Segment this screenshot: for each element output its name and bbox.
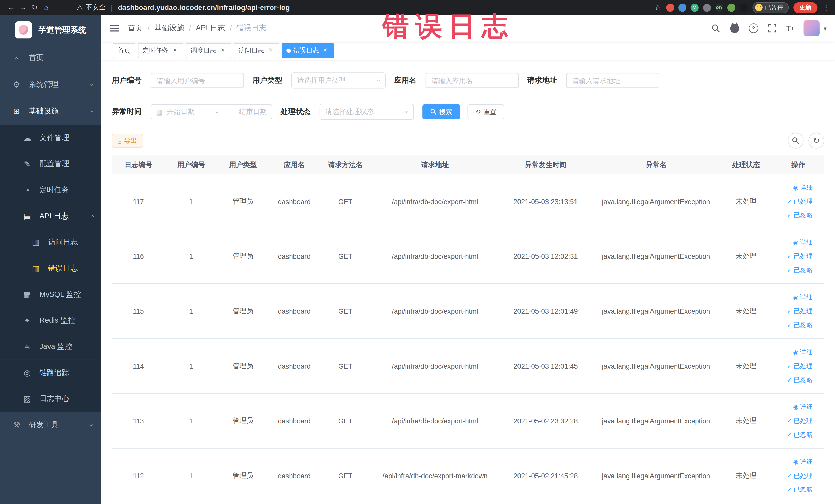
font-size-icon[interactable]: TT — [786, 24, 794, 33]
extension-icon-gray[interactable] — [702, 3, 711, 11]
breadcrumb-item[interactable]: 首页 — [128, 23, 143, 33]
action-label: 已处理 — [793, 307, 813, 315]
sidebar-item-file-management[interactable]: ☁文件管理 — [0, 124, 101, 151]
site-security[interactable]: ⚠ 不安全 — [77, 3, 105, 12]
request-url-input[interactable] — [566, 73, 659, 88]
ignored-link[interactable]: ✓已忽略 — [774, 208, 812, 222]
fullscreen-icon[interactable] — [768, 24, 776, 32]
sidebar-item-scheduled-jobs[interactable]: ◔定时任务 — [0, 177, 101, 203]
breadcrumb-item[interactable]: 基础设施 — [154, 23, 184, 33]
sidebar-item-java-monitor[interactable]: ☕Java 监控 — [0, 334, 101, 360]
ignored-link[interactable]: ✓已忽略 — [774, 428, 812, 442]
tab-error-log[interactable]: 错误日志× — [282, 43, 334, 58]
browser-menu-icon[interactable]: ⋮ — [822, 3, 830, 12]
error-log-icon: ▥ — [30, 263, 42, 273]
processed-link[interactable]: ✓已处理 — [774, 359, 812, 373]
hide-search-button[interactable] — [788, 133, 803, 149]
processed-link[interactable]: ✓已处理 — [774, 249, 812, 263]
cell-method: GET — [320, 338, 371, 394]
chevron-down-icon[interactable]: ▾ — [824, 25, 826, 31]
ignored-link[interactable]: ✓已忽略 — [774, 263, 812, 277]
address-url[interactable]: dashboard.yudao.iocoder.cn/infra/log/api… — [118, 3, 290, 11]
sidebar-item-config-management[interactable]: ✎配置管理 — [0, 151, 101, 177]
processed-link[interactable]: ✓已处理 — [774, 194, 812, 208]
sidebar-item-dev-tools[interactable]: ⚒研发工具› — [0, 412, 101, 439]
cell-actions: ◉详细✓已处理✓已忽略 — [772, 284, 824, 339]
tab-access-log[interactable]: 访问日志× — [234, 43, 279, 58]
github-icon[interactable] — [730, 24, 739, 33]
table-row: 1141管理员dashboardGET/api/infra/db-doc/exp… — [112, 338, 824, 394]
bookmark-star-icon[interactable]: ☆ — [655, 3, 661, 12]
sidebar-item-log-center[interactable]: ▨日志中心 — [0, 386, 101, 412]
action-label: 详细 — [800, 294, 813, 301]
check-icon: ✓ — [787, 212, 792, 219]
processed-link[interactable]: ✓已处理 — [774, 469, 812, 483]
cell-exception-time: 2021-05-03 12:01:45 — [499, 338, 592, 394]
back-icon[interactable]: ← — [5, 3, 17, 12]
config-management-icon: ✎ — [21, 159, 33, 168]
reload-icon[interactable]: ↻ — [29, 3, 41, 12]
forward-icon[interactable]: → — [17, 3, 29, 12]
close-icon[interactable]: × — [171, 47, 178, 55]
processed-link[interactable]: ✓已处理 — [774, 304, 812, 318]
export-button[interactable]: ↓ 导出 — [112, 134, 143, 148]
exception-time-range-picker[interactable]: ▦ 开始日期 - 结束日期 — [151, 104, 272, 119]
extension-icon-red[interactable] — [666, 3, 674, 11]
extension-icon-on[interactable]: on — [715, 3, 723, 11]
sidebar-item-error-log[interactable]: ▥错误日志 — [0, 255, 101, 281]
tab-home[interactable]: 首页 — [113, 43, 135, 58]
detail-link[interactable]: ◉详细 — [774, 290, 812, 304]
close-icon[interactable]: × — [322, 47, 329, 55]
close-icon[interactable]: × — [267, 47, 274, 55]
cell-actions: ◉详细✓已处理✓已忽略 — [772, 174, 824, 229]
detail-link[interactable]: ◉详细 — [774, 181, 812, 194]
ignored-link[interactable]: ✓已忽略 — [774, 373, 812, 387]
ignored-link[interactable]: ✓已忽略 — [774, 318, 812, 332]
breadcrumb-item[interactable]: API 日志 — [196, 23, 225, 33]
sidebar-item-label: Java 监控 — [40, 342, 73, 351]
sidebar-item-home[interactable]: ⌂首页 — [0, 45, 101, 72]
download-icon: ↓ — [118, 137, 121, 144]
extension-icon-leaf[interactable] — [727, 3, 735, 11]
detail-link[interactable]: ◉详细 — [774, 345, 812, 359]
app-name-input[interactable] — [426, 73, 519, 88]
address-separator: | — [111, 3, 113, 11]
refresh-button[interactable]: ↻ — [808, 133, 824, 149]
detail-link[interactable]: ◉详细 — [774, 236, 812, 249]
sidebar-item-mysql-monitor[interactable]: ▦MySQL 监控 — [0, 281, 101, 307]
sidebar-item-api-log[interactable]: ▤API 日志› — [0, 203, 101, 229]
user-type-select[interactable]: 请选择用户类型 › — [291, 73, 386, 88]
cell-user-id: 1 — [165, 284, 217, 339]
ignored-link[interactable]: ✓已忽略 — [774, 483, 812, 497]
home-icon[interactable]: ⌂ — [41, 3, 53, 12]
cell-request-url: /api/infra/db-doc/export-markdown — [371, 448, 499, 503]
processed-link[interactable]: ✓已处理 — [774, 414, 812, 428]
access-log-icon: ▥ — [30, 237, 42, 247]
help-icon[interactable]: ? — [749, 23, 758, 33]
user-id-input[interactable] — [151, 73, 244, 88]
cell-user-type: 管理员 — [217, 174, 269, 229]
update-button[interactable]: 更新 — [793, 2, 817, 13]
process-status-select[interactable]: 请选择处理状态 › — [320, 104, 414, 120]
reset-button[interactable]: ↻ 重置 — [468, 104, 504, 119]
sidebar-item-access-log[interactable]: ▥访问日志 — [0, 229, 101, 255]
extension-icon-vue[interactable]: V — [691, 3, 698, 11]
sidebar-item-system-management[interactable]: ⚙系统管理› — [0, 72, 101, 98]
user-avatar[interactable] — [804, 20, 820, 36]
tab-job[interactable]: 定时任务× — [138, 43, 183, 58]
profile-paused-chip[interactable]: 已暂停 — [752, 2, 789, 13]
extension-icon-blue[interactable] — [678, 3, 686, 11]
sidebar-item-redis-monitor[interactable]: ✦Redis 监控 — [0, 307, 101, 334]
close-icon[interactable]: × — [219, 47, 226, 55]
detail-link[interactable]: ◉详细 — [774, 400, 812, 414]
sidebar-item-trace[interactable]: ◎链路追踪 — [0, 360, 101, 386]
chevron-up-icon: › — [87, 110, 96, 113]
tab-job-log[interactable]: 调度日志× — [186, 43, 231, 58]
hamburger-icon[interactable] — [109, 25, 119, 32]
cell-app-name: dashboard — [269, 448, 320, 503]
detail-link[interactable]: ◉详细 — [774, 455, 812, 469]
search-icon[interactable] — [711, 24, 720, 33]
extension-icon-dark[interactable] — [739, 3, 748, 11]
sidebar-item-infrastructure[interactable]: ⊞基础设施› — [0, 98, 101, 125]
search-button[interactable]: 搜索 — [422, 104, 460, 119]
